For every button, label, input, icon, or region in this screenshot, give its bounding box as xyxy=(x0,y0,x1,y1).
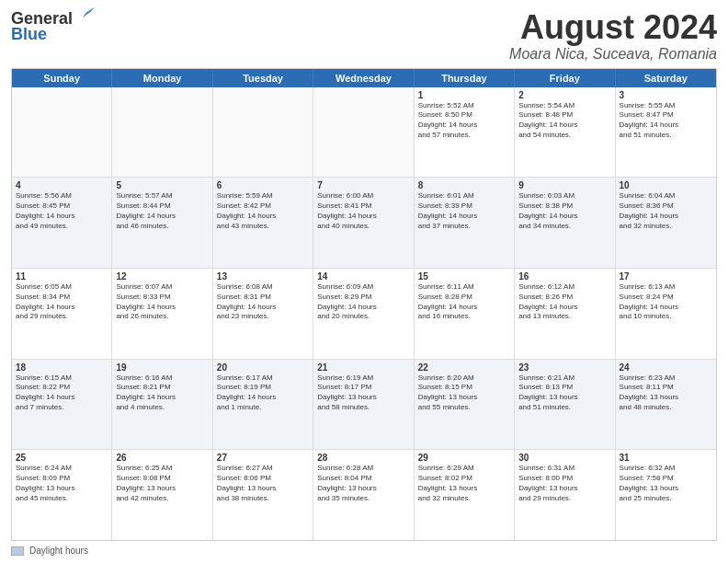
cal-cell-3-7: 17Sunrise: 6:13 AM Sunset: 8:24 PM Dayli… xyxy=(616,269,716,359)
logo: General Blue xyxy=(11,9,95,42)
day-number: 19 xyxy=(116,362,208,373)
cal-header-friday: Friday xyxy=(515,69,615,87)
cell-sun-info: Sunrise: 5:57 AM Sunset: 8:44 PM Dayligh… xyxy=(116,191,208,231)
cal-week-4: 18Sunrise: 6:15 AM Sunset: 8:22 PM Dayli… xyxy=(12,360,716,451)
cell-sun-info: Sunrise: 6:25 AM Sunset: 8:08 PM Dayligh… xyxy=(116,464,208,503)
cal-cell-1-5: 1Sunrise: 5:52 AM Sunset: 8:50 PM Daylig… xyxy=(415,87,515,178)
cell-sun-info: Sunrise: 6:08 AM Sunset: 8:31 PM Dayligh… xyxy=(217,282,309,322)
calendar-header: SundayMondayTuesdayWednesdayThursdayFrid… xyxy=(12,69,716,87)
cal-cell-4-6: 23Sunrise: 6:21 AM Sunset: 8:13 PM Dayli… xyxy=(515,360,615,450)
cell-sun-info: Sunrise: 6:24 AM Sunset: 8:09 PM Dayligh… xyxy=(16,464,108,503)
cal-cell-1-4 xyxy=(313,87,414,178)
cell-sun-info: Sunrise: 6:27 AM Sunset: 8:06 PM Dayligh… xyxy=(217,464,309,503)
cell-sun-info: Sunrise: 6:12 AM Sunset: 8:26 PM Dayligh… xyxy=(518,282,610,322)
cal-cell-2-7: 10Sunrise: 6:04 AM Sunset: 8:36 PM Dayli… xyxy=(616,178,716,268)
cell-sun-info: Sunrise: 6:03 AM Sunset: 8:38 PM Dayligh… xyxy=(518,191,610,231)
cal-cell-5-2: 26Sunrise: 6:25 AM Sunset: 8:08 PM Dayli… xyxy=(112,450,212,540)
cell-sun-info: Sunrise: 6:13 AM Sunset: 8:24 PM Dayligh… xyxy=(620,282,712,322)
cal-cell-5-7: 31Sunrise: 6:32 AM Sunset: 7:58 PM Dayli… xyxy=(616,450,716,540)
day-number: 2 xyxy=(518,90,610,100)
cal-header-thursday: Thursday xyxy=(415,69,515,87)
cal-header-monday: Monday xyxy=(112,69,212,87)
day-number: 25 xyxy=(16,453,108,463)
day-number: 22 xyxy=(418,362,510,373)
cal-week-1: 1Sunrise: 5:52 AM Sunset: 8:50 PM Daylig… xyxy=(12,87,716,178)
cal-cell-1-3 xyxy=(213,87,313,178)
cell-sun-info: Sunrise: 6:31 AM Sunset: 8:00 PM Dayligh… xyxy=(518,464,610,503)
cell-sun-info: Sunrise: 6:28 AM Sunset: 8:04 PM Dayligh… xyxy=(317,464,409,503)
legend-label: Daylight hours xyxy=(29,546,88,556)
day-number: 26 xyxy=(116,453,208,463)
day-number: 15 xyxy=(418,271,510,282)
cal-header-sunday: Sunday xyxy=(12,69,112,87)
cell-sun-info: Sunrise: 5:54 AM Sunset: 8:48 PM Dayligh… xyxy=(518,101,610,141)
day-number: 21 xyxy=(317,362,409,373)
cell-sun-info: Sunrise: 6:32 AM Sunset: 7:58 PM Dayligh… xyxy=(620,464,712,503)
cal-header-tuesday: Tuesday xyxy=(213,69,313,87)
cal-cell-3-5: 15Sunrise: 6:11 AM Sunset: 8:28 PM Dayli… xyxy=(415,269,515,359)
cal-cell-2-1: 4Sunrise: 5:56 AM Sunset: 8:45 PM Daylig… xyxy=(12,178,112,268)
cell-sun-info: Sunrise: 6:20 AM Sunset: 8:15 PM Dayligh… xyxy=(418,373,510,413)
day-number: 29 xyxy=(418,453,510,463)
cell-sun-info: Sunrise: 5:56 AM Sunset: 8:45 PM Dayligh… xyxy=(16,191,108,231)
cell-sun-info: Sunrise: 5:59 AM Sunset: 8:42 PM Dayligh… xyxy=(217,191,309,231)
cal-cell-3-3: 13Sunrise: 6:08 AM Sunset: 8:31 PM Dayli… xyxy=(213,269,313,359)
calendar-body: 1Sunrise: 5:52 AM Sunset: 8:50 PM Daylig… xyxy=(12,87,716,540)
cal-header-saturday: Saturday xyxy=(616,69,716,87)
cal-cell-4-5: 22Sunrise: 6:20 AM Sunset: 8:15 PM Dayli… xyxy=(415,360,515,450)
cal-cell-4-3: 20Sunrise: 6:17 AM Sunset: 8:19 PM Dayli… xyxy=(213,360,313,450)
cal-cell-4-4: 21Sunrise: 6:19 AM Sunset: 8:17 PM Dayli… xyxy=(313,360,414,450)
cal-cell-4-2: 19Sunrise: 6:16 AM Sunset: 8:21 PM Dayli… xyxy=(112,360,212,450)
day-number: 8 xyxy=(418,180,510,190)
cell-sun-info: Sunrise: 6:23 AM Sunset: 8:11 PM Dayligh… xyxy=(620,373,712,413)
cell-sun-info: Sunrise: 5:52 AM Sunset: 8:50 PM Dayligh… xyxy=(418,101,510,141)
cell-sun-info: Sunrise: 6:29 AM Sunset: 8:02 PM Dayligh… xyxy=(418,464,510,503)
cal-header-wednesday: Wednesday xyxy=(313,69,414,87)
day-number: 27 xyxy=(217,453,309,463)
cal-cell-2-3: 6Sunrise: 5:59 AM Sunset: 8:42 PM Daylig… xyxy=(213,178,313,268)
logo-blue: Blue xyxy=(11,26,95,42)
cal-cell-5-5: 29Sunrise: 6:29 AM Sunset: 8:02 PM Dayli… xyxy=(415,450,515,540)
cal-cell-5-3: 27Sunrise: 6:27 AM Sunset: 8:06 PM Dayli… xyxy=(213,450,313,540)
cal-cell-1-7: 3Sunrise: 5:55 AM Sunset: 8:47 PM Daylig… xyxy=(616,87,716,178)
cal-cell-1-6: 2Sunrise: 5:54 AM Sunset: 8:48 PM Daylig… xyxy=(515,87,615,178)
day-number: 30 xyxy=(518,453,610,463)
day-number: 10 xyxy=(620,180,712,190)
day-number: 1 xyxy=(418,90,510,100)
cal-week-5: 25Sunrise: 6:24 AM Sunset: 8:09 PM Dayli… xyxy=(12,450,716,540)
cell-sun-info: Sunrise: 6:01 AM Sunset: 8:39 PM Dayligh… xyxy=(418,191,510,231)
day-number: 16 xyxy=(518,271,610,282)
calendar: SundayMondayTuesdayWednesdayThursdayFrid… xyxy=(11,68,717,541)
day-number: 3 xyxy=(620,90,712,100)
cell-sun-info: Sunrise: 6:05 AM Sunset: 8:34 PM Dayligh… xyxy=(16,282,108,322)
cell-sun-info: Sunrise: 6:00 AM Sunset: 8:41 PM Dayligh… xyxy=(317,191,409,231)
day-number: 31 xyxy=(620,453,712,463)
day-number: 20 xyxy=(217,362,309,373)
cell-sun-info: Sunrise: 6:11 AM Sunset: 8:28 PM Dayligh… xyxy=(418,282,510,322)
page: General Blue August 2024 Moara Nica, Suc… xyxy=(0,0,728,563)
cal-week-2: 4Sunrise: 5:56 AM Sunset: 8:45 PM Daylig… xyxy=(12,178,716,269)
subtitle: Moara Nica, Suceava, Romania xyxy=(509,46,717,63)
cal-cell-2-5: 8Sunrise: 6:01 AM Sunset: 8:39 PM Daylig… xyxy=(415,178,515,268)
cell-sun-info: Sunrise: 6:17 AM Sunset: 8:19 PM Dayligh… xyxy=(217,373,309,413)
cal-cell-3-2: 12Sunrise: 6:07 AM Sunset: 8:33 PM Dayli… xyxy=(112,269,212,359)
day-number: 12 xyxy=(116,271,208,282)
cal-cell-3-6: 16Sunrise: 6:12 AM Sunset: 8:26 PM Dayli… xyxy=(515,269,615,359)
cal-cell-5-1: 25Sunrise: 6:24 AM Sunset: 8:09 PM Dayli… xyxy=(12,450,112,540)
cal-cell-2-2: 5Sunrise: 5:57 AM Sunset: 8:44 PM Daylig… xyxy=(112,178,212,268)
day-number: 17 xyxy=(620,271,712,282)
cal-cell-5-6: 30Sunrise: 6:31 AM Sunset: 8:00 PM Dayli… xyxy=(515,450,615,540)
cell-sun-info: Sunrise: 6:15 AM Sunset: 8:22 PM Dayligh… xyxy=(16,373,108,413)
day-number: 23 xyxy=(518,362,610,373)
cal-cell-4-7: 24Sunrise: 6:23 AM Sunset: 8:11 PM Dayli… xyxy=(616,360,716,450)
day-number: 6 xyxy=(217,180,309,190)
day-number: 28 xyxy=(317,453,409,463)
cell-sun-info: Sunrise: 6:07 AM Sunset: 8:33 PM Dayligh… xyxy=(116,282,208,322)
cell-sun-info: Sunrise: 6:09 AM Sunset: 8:29 PM Dayligh… xyxy=(317,282,409,322)
day-number: 9 xyxy=(518,180,610,190)
cell-sun-info: Sunrise: 6:16 AM Sunset: 8:21 PM Dayligh… xyxy=(116,373,208,413)
cal-cell-1-1 xyxy=(12,87,112,178)
day-number: 18 xyxy=(16,362,108,373)
day-number: 11 xyxy=(16,271,108,282)
day-number: 5 xyxy=(116,180,208,190)
